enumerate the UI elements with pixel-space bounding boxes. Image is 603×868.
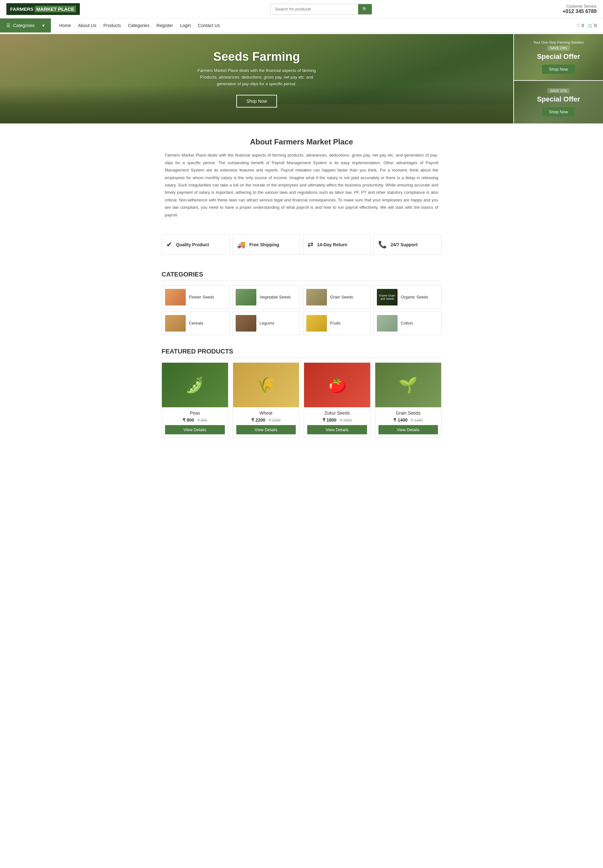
product-wheat-original: ₹ 2200 <box>268 418 280 422</box>
category-cotton-label: Cotton <box>401 321 413 325</box>
product-peas-name: Peas <box>165 410 225 416</box>
nav-icons: ♡0 🛒0 <box>576 23 603 28</box>
feature-shipping: 🚚 Free Shipping <box>232 235 300 255</box>
nav-links: Home About Us Products Categories Regist… <box>51 19 576 32</box>
hero-side-1-title: Special Offer <box>537 53 580 61</box>
category-legums[interactable]: Legums <box>232 311 300 335</box>
support-icon: 📞 <box>378 241 387 249</box>
shipping-label: Free Shipping <box>249 242 279 247</box>
products-section: FEATURED PRODUCTS 🫛 Peas ₹ 800 ₹ 800 Vie… <box>155 341 448 444</box>
category-grain-seeds-label: Grain Seeds <box>330 295 353 299</box>
search-container: 🔍 <box>271 4 372 15</box>
categories-dropdown[interactable]: ☰ Categories ▾ <box>0 19 51 32</box>
product-grain-image: 🌱 <box>375 363 441 407</box>
product-zukur-pricing: ₹ 1800 ₹ 1800 <box>307 418 367 422</box>
nav-about[interactable]: About Us <box>75 19 99 32</box>
nav-register[interactable]: Register <box>153 19 176 32</box>
product-wheat-price: ₹ 2200 <box>251 418 265 422</box>
product-peas-price: ₹ 800 <box>182 418 194 422</box>
cart-count: 0 <box>594 23 597 28</box>
about-text: Farmers Market Place deals with the fina… <box>165 152 438 218</box>
feature-support: 📞 24/7 Support <box>373 235 441 255</box>
category-vegetable-seeds[interactable]: Vegetable Seeds <box>232 285 300 309</box>
category-cotton[interactable]: Cotton <box>373 311 441 335</box>
quality-label: Quality Product <box>176 242 209 247</box>
logo[interactable]: FARMERS MARKET PLACE <box>6 3 80 15</box>
product-grain-original: ₹ 1400 <box>411 418 423 422</box>
category-vegetable-seeds-label: Vegetable Seeds <box>260 295 291 299</box>
product-peas-original: ₹ 800 <box>197 418 207 422</box>
product-zukur-btn[interactable]: View Details <box>307 425 367 434</box>
about-section: About Farmers Market Place Farmers Marke… <box>155 125 448 231</box>
features-section: ✔ Quality Product 🚚 Free Shipping ⇄ 14-D… <box>155 231 448 265</box>
product-peas-pricing: ₹ 800 ₹ 800 <box>165 418 225 422</box>
hero-side-1-btn[interactable]: Shop Now <box>542 65 575 74</box>
product-zukur: 🍅 Zukur Seeds ₹ 1800 ₹ 1800 View Details <box>304 362 371 438</box>
category-fruits[interactable]: Fruits <box>303 311 371 335</box>
product-wheat-pricing: ₹ 2200 ₹ 2200 <box>236 418 296 422</box>
customer-service: Customer Service +012 345 6789 <box>563 4 597 14</box>
hero-side-2-title: Special Offer <box>537 95 580 104</box>
nav-products[interactable]: Products <box>100 19 124 32</box>
product-peas-btn[interactable]: View Details <box>165 425 225 434</box>
category-grain-seeds[interactable]: Grain Seeds <box>303 285 371 309</box>
product-peas-image: 🫛 <box>162 363 228 407</box>
products-grid: 🫛 Peas ₹ 800 ₹ 800 View Details 🌾 Wheat … <box>162 362 441 438</box>
hero-side-1-label: Your One-Stop Farming Solution <box>533 40 584 44</box>
logo-text-farmers: FARMERS <box>10 6 33 12</box>
logo-text-market: MARKET PLACE <box>35 6 76 12</box>
nav-home[interactable]: Home <box>56 19 74 32</box>
hero-side: Your One-Stop Farming Solution SAVE 20% … <box>514 34 603 124</box>
support-label: 24/7 Support <box>391 242 417 247</box>
product-grain: 🌱 Grain Seeds ₹ 1400 ₹ 1400 View Details <box>375 362 442 438</box>
category-cereals-label: Cereals <box>189 321 203 325</box>
wishlist-icon[interactable]: ♡0 <box>576 23 584 28</box>
top-header: FARMERS MARKET PLACE 🔍 Customer Service … <box>0 0 603 19</box>
product-grain-name: Grain Seeds <box>379 410 438 416</box>
feature-quality: ✔ Quality Product <box>162 235 230 255</box>
nav-contact[interactable]: Contact Us <box>195 19 223 32</box>
hero-subtitle: Farmers Market Place deals with the fina… <box>196 68 317 87</box>
category-flower-seeds-label: Flower Seeds <box>189 295 214 299</box>
feature-return: ⇄ 14-Day Return <box>303 235 371 255</box>
product-wheat-btn[interactable]: View Details <box>236 425 296 434</box>
category-fruits-label: Fruits <box>330 321 341 325</box>
nav-login[interactable]: Login <box>177 19 194 32</box>
hero-side-1-save: SAVE 20% <box>547 45 570 51</box>
cart-icon[interactable]: 🛒0 <box>588 23 597 28</box>
category-legums-label: Legums <box>260 321 274 325</box>
hero-side-banner-2: SAVE 20% Special Offer Shop Now <box>514 81 603 124</box>
hero-shop-now-button[interactable]: Shop Now <box>236 95 277 108</box>
quality-icon: ✔ <box>166 241 172 249</box>
search-input[interactable] <box>271 4 358 14</box>
product-wheat-image: 🌾 <box>233 363 299 407</box>
product-zukur-name: Zukur Seeds <box>307 410 367 416</box>
menu-icon: ☰ <box>6 23 11 28</box>
product-wheat: 🌾 Wheat ₹ 2200 ₹ 2200 View Details <box>233 362 300 438</box>
product-grain-btn[interactable]: View Details <box>379 425 438 434</box>
categories-label: Categories <box>13 23 35 28</box>
wishlist-count: 0 <box>581 23 584 28</box>
chevron-down-icon: ▾ <box>42 23 45 28</box>
category-cereals[interactable]: Cereals <box>162 311 230 335</box>
phone-number: +012 345 6789 <box>563 9 597 14</box>
about-title: About Farmers Market Place <box>165 138 438 146</box>
search-button[interactable]: 🔍 <box>358 4 372 14</box>
product-zukur-original: ₹ 1800 <box>340 418 352 422</box>
hero-section: Seeds Farming Farmers Market Place deals… <box>0 34 603 124</box>
return-icon: ⇄ <box>308 241 313 249</box>
category-flower-seeds[interactable]: Flower Seeds <box>162 285 230 309</box>
categories-section: CATEGORIES Flower Seeds Vegetable Seeds … <box>155 265 448 341</box>
products-title: FEATURED PRODUCTS <box>162 348 441 358</box>
nav-bar: ☰ Categories ▾ Home About Us Products Ca… <box>0 19 603 33</box>
category-organic-seeds[interactable]: Frame Grain and Seeds Organic Seeds <box>373 285 441 309</box>
categories-title: CATEGORIES <box>162 271 441 281</box>
hero-side-2-btn[interactable]: Shop Now <box>542 107 575 116</box>
hero-side-2-save: SAVE 20% <box>547 88 570 93</box>
hero-main: Seeds Farming Farmers Market Place deals… <box>0 34 513 124</box>
hero-side-banner-1: Your One-Stop Farming Solution SAVE 20% … <box>514 34 603 80</box>
hero-title: Seeds Farming <box>213 50 300 63</box>
return-label: 14-Day Return <box>317 242 347 247</box>
product-wheat-name: Wheat <box>236 410 296 416</box>
nav-categories[interactable]: Categories <box>125 19 153 32</box>
